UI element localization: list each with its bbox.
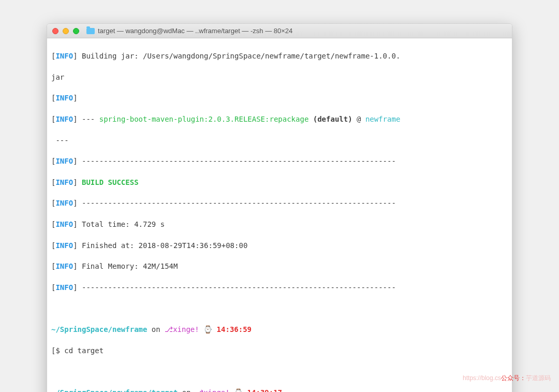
terminal-content[interactable]: [INFO] Building jar: /Users/wangdong/Spr… [47,38,512,392]
output-line: [INFO] ---------------------------------… [51,156,508,166]
prompt-line: ~/SpringSpace/newframe on ⎇xinge! ⌚ 14:3… [51,324,508,335]
terminal-window: target — wangdong@wdMac — ..wframe/targe… [47,23,512,392]
blank-line [51,366,508,376]
command-line: [$ cd target [51,345,508,356]
titlebar[interactable]: target — wangdong@wdMac — ..wframe/targe… [47,24,512,38]
traffic-lights [52,28,79,34]
maximize-icon[interactable] [73,28,79,34]
output-line: [INFO] Total time: 4.729 s [51,219,508,229]
output-line: [INFO] [51,93,508,103]
watch-icon: ⌚ [230,388,247,392]
output-line: [INFO] Finished at: 2018-08-29T14:36:59+… [51,240,508,251]
branch-icon: ⎇ [165,325,173,333]
output-line: [INFO] Final Memory: 42M/154M [51,261,508,271]
watch-icon: ⌚ [199,325,217,333]
output-line: [INFO] --- spring-boot-maven-plugin:2.0.… [51,114,508,124]
output-line: [INFO] ---------------------------------… [51,282,508,293]
branch-icon: ⎇ [195,388,203,392]
output-line: [INFO] BUILD SUCCESS [51,177,508,187]
blank-line [51,303,508,313]
output-line: [INFO] ---------------------------------… [51,198,508,208]
minimize-icon[interactable] [63,28,69,34]
window-title: target — wangdong@wdMac — ..wframe/targe… [98,27,507,35]
folder-icon [86,28,95,34]
watermark: https://blog.cs公众号：芋道源码 [463,374,551,383]
output-line: --- [51,135,508,146]
close-icon[interactable] [52,28,58,34]
output-line: jar [51,72,508,82]
prompt-line: ~/SpringSpace/newframe/target on ⎇xinge!… [51,387,508,392]
output-line: [INFO] Building jar: /Users/wangdong/Spr… [51,51,508,61]
